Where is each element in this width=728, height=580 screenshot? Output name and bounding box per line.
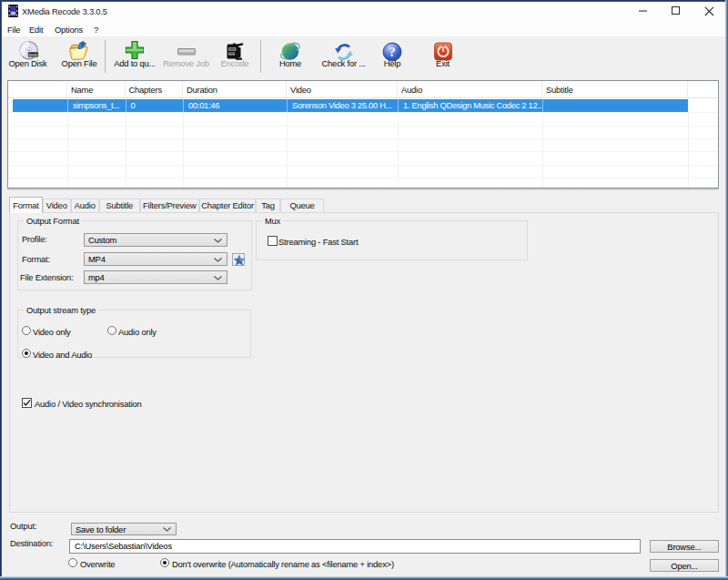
job-cell-name: simpsons_t...: [67, 99, 126, 112]
mux-group: Mux Streaming - Fast Start: [256, 220, 528, 260]
job-list: NameChaptersDurationVideoAudioSubtitlesi…: [7, 80, 719, 188]
file-extension-value: mp4: [88, 272, 105, 282]
home-button[interactable]: Home: [264, 39, 317, 77]
toolbar: DVD Open Disk Open File Add to qu... Rem…: [2, 36, 725, 79]
job-cell-audio: 1. English QDesign Music Codec 2 12...: [398, 99, 542, 112]
toolbar-button-label: Check for ...: [322, 59, 366, 68]
favorite-star-button[interactable]: [232, 253, 245, 266]
chevron-down-icon: [163, 527, 171, 532]
file-extension-combobox[interactable]: mp4: [84, 270, 228, 284]
toolbar-button-label: Add to qu...: [114, 59, 156, 68]
overwrite-radio[interactable]: [68, 558, 77, 567]
output-stream-type-group: Output stream type Video only Audio only…: [17, 310, 251, 358]
maximize-button[interactable]: [661, 0, 692, 22]
grid-line: [8, 112, 718, 113]
open-file-button[interactable]: Open File: [53, 39, 106, 77]
column-header-subtitle[interactable]: Subtitle: [542, 81, 688, 98]
destination-label: Destination:: [10, 538, 53, 548]
tab-subtitle[interactable]: Subtitle: [99, 198, 140, 212]
profile-combobox[interactable]: Custom: [84, 233, 228, 247]
svg-text:DVD: DVD: [29, 53, 37, 57]
title-bar: [2, 2, 725, 36]
job-list-shadow: [7, 188, 719, 190]
profile-label: Profile:: [22, 234, 47, 244]
column-header-duration[interactable]: Duration: [183, 81, 287, 98]
audio-only-radio[interactable]: [107, 326, 116, 335]
svg-text:?: ?: [389, 45, 395, 59]
window-border-bottom: [0, 576, 728, 580]
toolbar-button-label: Open File: [62, 59, 97, 68]
exit-button[interactable]: Exit: [417, 39, 470, 77]
minimize-button[interactable]: [628, 0, 659, 22]
toolbar-button-label: Encode: [221, 59, 249, 68]
menu-item-file[interactable]: File: [7, 25, 20, 36]
audio-video-sync-checkbox[interactable]: [22, 398, 32, 408]
format-tab-page: Output Format Profile: Custom Format: MP…: [9, 212, 719, 513]
browse-button[interactable]: Browse...: [650, 540, 719, 553]
column-header-chapters[interactable]: Chapters: [126, 81, 184, 98]
tab-filters-preview[interactable]: Filters/Preview: [140, 198, 200, 212]
format-label: Format:: [22, 254, 50, 264]
maximize-icon: [672, 6, 681, 15]
format-value: MP4: [88, 254, 106, 264]
check-for-button[interactable]: Check for ...: [318, 39, 370, 77]
output-stream-type-group-title: Output stream type: [24, 305, 98, 315]
video-only-radio[interactable]: [22, 326, 31, 335]
job-cell-video: Sorenson Video 3 25.00 H...: [287, 99, 398, 112]
job-row-selected[interactable]: simpsons_t...000:01:46Sorenson Video 3 2…: [13, 99, 688, 112]
toolbar-button-label: Open Disk: [9, 59, 47, 68]
job-cell-chapters: 0: [126, 99, 184, 112]
toolbar-button-label: Remove Job: [163, 59, 209, 68]
check-icon: [23, 399, 31, 407]
video-only-label: Video only: [33, 327, 71, 338]
overwrite-label: Overwrite: [80, 559, 115, 570]
app-film-strip-icon: [8, 5, 18, 17]
dont-overwrite-label: Don't overwrite (Automatically rename as…: [172, 559, 394, 570]
toolbar-button-label: Exit: [436, 59, 450, 68]
encode-button: Encode: [208, 39, 261, 77]
tab-video[interactable]: Video: [43, 198, 71, 212]
remove-job-button: Remove Job: [160, 39, 213, 77]
streaming-fast-start-checkbox[interactable]: [268, 236, 278, 246]
format-combobox[interactable]: MP4: [84, 252, 228, 266]
grid-line: [8, 151, 718, 152]
window-border-left: [0, 0, 2, 580]
video-and-audio-radio[interactable]: [22, 349, 31, 358]
column-header-name[interactable]: Name: [67, 81, 126, 98]
tab-format[interactable]: Format: [9, 197, 43, 213]
streaming-fast-start-label: Streaming - Fast Start: [278, 237, 358, 248]
destination-value: C:\Users\Sebastian\Videos: [75, 541, 172, 551]
grid-line: [8, 178, 718, 178]
video-and-audio-label: Video and Audio: [33, 350, 92, 361]
toolbar-button-label: Help: [384, 59, 400, 68]
mux-group-title: Mux: [262, 216, 283, 226]
column-header-icon[interactable]: [9, 81, 67, 98]
close-icon: [704, 6, 714, 16]
grid-line: [8, 165, 718, 166]
tab-chapter-editor[interactable]: Chapter Editor: [199, 198, 256, 212]
open-button[interactable]: Open...: [650, 559, 719, 572]
tab-audio[interactable]: Audio: [71, 198, 100, 212]
column-header-audio[interactable]: Audio: [398, 81, 542, 98]
output-combobox[interactable]: Save to folder: [71, 523, 177, 535]
close-button[interactable]: [693, 0, 724, 22]
grid-line: [8, 126, 718, 127]
tab-queue[interactable]: Queue: [280, 198, 324, 212]
job-list-header: NameChaptersDurationVideoAudioSubtitle: [8, 81, 718, 98]
column-header-video[interactable]: Video: [287, 81, 398, 98]
toolbar-separator: [260, 40, 261, 73]
output-format-group: Output Format Profile: Custom Format: MP…: [17, 220, 252, 290]
profile-value: Custom: [88, 235, 116, 245]
add-to-qu-button[interactable]: Add to qu...: [108, 39, 161, 77]
menu-item-options[interactable]: Options: [55, 25, 83, 36]
window-border-top: [0, 0, 728, 2]
destination-input[interactable]: C:\Users\Sebastian\Videos: [69, 539, 641, 554]
open-disk-button[interactable]: DVD Open Disk: [2, 39, 55, 77]
dont-overwrite-radio[interactable]: [160, 558, 169, 567]
menu-item-edit[interactable]: Edit: [29, 25, 43, 36]
favorite-star-icon: [234, 255, 245, 266]
toolbar-separator: [105, 40, 106, 73]
menu-item-help[interactable]: ?: [94, 25, 98, 36]
tab-tag[interactable]: Tag: [256, 198, 280, 212]
help-button[interactable]: ? Help: [366, 39, 419, 77]
